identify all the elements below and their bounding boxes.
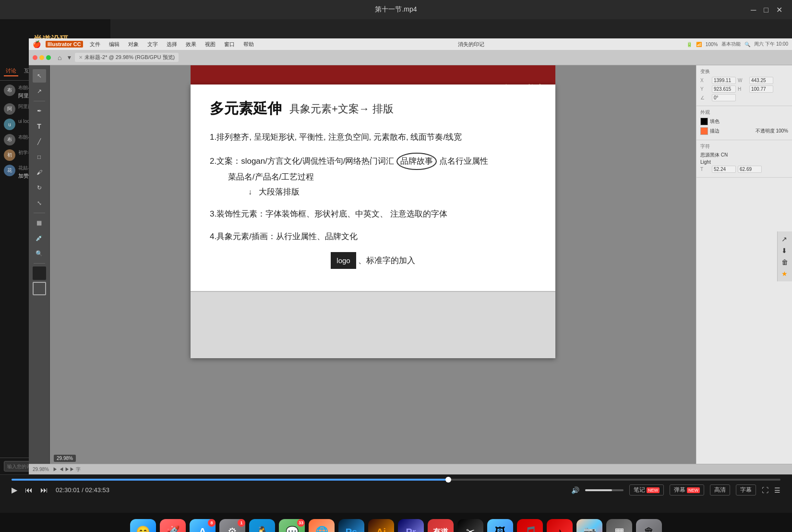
tool-pen[interactable]: ✒ bbox=[33, 104, 46, 118]
progress-thumb bbox=[445, 477, 451, 483]
stroke-swatch[interactable] bbox=[700, 127, 708, 135]
tool-line[interactable]: ╱ bbox=[33, 135, 46, 148]
stroke-color[interactable] bbox=[33, 282, 46, 295]
menu-object[interactable]: 对象 bbox=[126, 41, 141, 48]
menu-file[interactable]: 文件 bbox=[88, 41, 102, 48]
menubar-left: 🍎 Illustrator CC 文件 编辑 对象 文字 选择 效果 视图 窗口… bbox=[33, 40, 256, 48]
angle-value[interactable]: 0° bbox=[712, 94, 736, 101]
prev-button[interactable]: ⏮ bbox=[25, 486, 33, 495]
video-content: 尚道设研 02:29:53 结束直播 超清 讨论 互动 ⌄ 布 bbox=[0, 19, 792, 474]
w-value[interactable]: 443.25 bbox=[749, 77, 773, 84]
angle-label: ∠ bbox=[700, 95, 710, 100]
danmu-button[interactable]: 弹幕 NEW bbox=[670, 484, 704, 496]
home-icon[interactable]: ⌂ bbox=[58, 54, 61, 61]
zoom-value: 29.98% bbox=[57, 456, 73, 461]
next-button[interactable]: ⏭ bbox=[40, 486, 48, 495]
x-value[interactable]: 1399.11 bbox=[712, 77, 736, 84]
quality-button[interactable]: 高清 bbox=[710, 484, 730, 496]
dock-icon-finder[interactable]: 😊 bbox=[130, 519, 156, 532]
tool-eyedropper[interactable]: 💉 bbox=[33, 231, 46, 245]
dock-icon-wechat[interactable]: 💬 33 bbox=[279, 519, 305, 532]
fullscreen-button[interactable]: ⛶ bbox=[762, 486, 768, 494]
dock-icon-launchpad[interactable]: 🚀 bbox=[160, 519, 186, 532]
youdao-label: 有道 bbox=[433, 527, 448, 532]
volume-slider[interactable] bbox=[585, 489, 624, 491]
doc-close-icon[interactable]: ✕ bbox=[79, 55, 83, 60]
menubar-zoom: 100% bbox=[706, 42, 718, 47]
tool-rotate[interactable]: ↻ bbox=[33, 181, 46, 194]
doc-title-tab[interactable]: ✕ 未标题-2* @ 29.98% (RGB/GPU 预览) bbox=[75, 53, 179, 62]
ps-label: Ps bbox=[346, 527, 357, 532]
stroke-row: 描边 不透明度 100% bbox=[700, 127, 788, 135]
dock-icon-pr[interactable]: Pr bbox=[398, 519, 424, 532]
tool-select[interactable]: ↖ bbox=[33, 69, 46, 83]
menu-effect[interactable]: 效果 bbox=[184, 41, 198, 48]
menu-edit[interactable]: 编辑 bbox=[107, 41, 121, 48]
fill-swatch[interactable] bbox=[700, 118, 708, 125]
dock-icon-ai[interactable]: Ai bbox=[368, 519, 394, 532]
notes-label: 笔记 bbox=[634, 486, 645, 494]
tool-gradient[interactable]: ▦ bbox=[33, 216, 46, 230]
h-value[interactable]: 100.77 bbox=[749, 85, 773, 93]
tool-brush[interactable]: 🖌 bbox=[33, 166, 46, 179]
menu-view[interactable]: 视图 bbox=[203, 41, 217, 48]
progress-track[interactable] bbox=[12, 479, 780, 481]
fill-color[interactable] bbox=[33, 266, 46, 280]
font-tracking[interactable]: 62.69 bbox=[738, 166, 762, 173]
tool-rect[interactable]: □ bbox=[33, 150, 46, 164]
share-icon[interactable]: ↗ bbox=[781, 235, 788, 243]
photos-icon: 📷 bbox=[583, 526, 596, 532]
menu-text[interactable]: 文字 bbox=[145, 41, 160, 48]
maximize-button[interactable]: □ bbox=[764, 5, 768, 14]
stroke-label: 描边 bbox=[710, 128, 720, 134]
dock-icon-appstore[interactable]: A 8 bbox=[190, 519, 216, 532]
download-icon[interactable]: ⬇ bbox=[781, 247, 788, 254]
subtitle-button[interactable]: 字幕 bbox=[736, 484, 756, 496]
y-value[interactable]: 923.615 bbox=[712, 85, 736, 93]
slide-item-1: 1.排列整齐, 呈现矩形状, 平衡性, 注意负空间, 元素散布, 线面节奏/线宽 bbox=[210, 130, 536, 145]
close-button[interactable]: ✕ bbox=[776, 5, 782, 14]
settings-button[interactable]: ☰ bbox=[774, 486, 780, 494]
tool-direct-select[interactable]: ↗ bbox=[33, 85, 46, 98]
finalcut-icon: ✂ bbox=[466, 526, 475, 532]
dock-icon-grid[interactable]: ▦ bbox=[606, 519, 632, 532]
delete-icon[interactable]: 🗑 bbox=[781, 258, 788, 266]
tool-scale[interactable]: ⤡ bbox=[33, 196, 46, 210]
notes-button[interactable]: 笔记 NEW bbox=[629, 484, 664, 496]
menu-window[interactable]: 窗口 bbox=[222, 41, 237, 48]
tool-type[interactable]: T bbox=[33, 120, 46, 133]
dock-icon-photos[interactable]: 📷 bbox=[576, 519, 602, 532]
dock-icon-settings[interactable]: ⚙ 1 bbox=[219, 519, 245, 532]
dock-icon-youdao[interactable]: 有道 bbox=[428, 519, 454, 532]
dock-icon-chrome[interactable]: 🌐 bbox=[309, 519, 335, 532]
dock-icon-netease[interactable]: 🎵 bbox=[517, 519, 543, 532]
dock-icon-preview[interactable]: 🖼 bbox=[487, 519, 513, 532]
window-controls[interactable]: ─ □ ✕ bbox=[751, 5, 782, 14]
dock-icon-qq[interactable]: 🐧 bbox=[249, 519, 275, 532]
dock-icon-music[interactable]: ♪ bbox=[547, 519, 573, 532]
menubar-doc-title: 消失的印记 bbox=[458, 41, 484, 48]
maximize-dot[interactable] bbox=[46, 55, 51, 60]
minimize-button[interactable]: ─ bbox=[751, 5, 756, 14]
music-icon: ♪ bbox=[557, 526, 563, 532]
star-icon[interactable]: ★ bbox=[781, 270, 788, 278]
current-time: 02:30:01 bbox=[56, 486, 80, 494]
dock-icon-trash[interactable]: 🗑 bbox=[636, 519, 662, 532]
tool-zoom[interactable]: 🔍 bbox=[33, 247, 46, 260]
dock-icon-finalcut[interactable]: ✂ bbox=[457, 519, 483, 532]
font-size[interactable]: 52.24 bbox=[712, 166, 736, 173]
search-icon[interactable]: 🔍 bbox=[744, 42, 750, 47]
volume-icon: 🔊 bbox=[571, 486, 579, 494]
dock-icon-ps[interactable]: Ps bbox=[338, 519, 364, 532]
close-dot[interactable] bbox=[33, 55, 37, 60]
menu-select[interactable]: 选择 bbox=[165, 41, 179, 48]
right-panel: 变换 X 1399.11 W 443.25 Y 923.615 bbox=[696, 65, 792, 464]
progress-container[interactable] bbox=[0, 475, 792, 481]
danmu-badge: NEW bbox=[687, 487, 700, 493]
minimize-dot[interactable] bbox=[39, 55, 44, 60]
tab-discussion[interactable]: 讨论 bbox=[4, 66, 18, 76]
quality-label: 高清 bbox=[714, 486, 726, 494]
play-button[interactable]: ▶ bbox=[12, 485, 17, 495]
avatar: 花 bbox=[4, 165, 15, 176]
menu-help[interactable]: 帮助 bbox=[241, 41, 256, 48]
